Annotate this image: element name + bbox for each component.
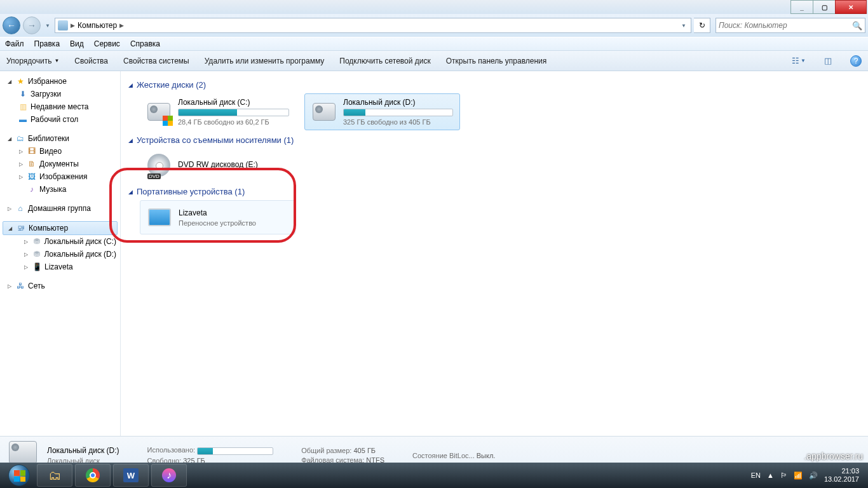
computer-icon	[58, 20, 68, 30]
taskbar-word[interactable]: W	[113, 464, 149, 487]
details-title: Локальный диск (D:)	[47, 446, 119, 455]
breadcrumb-dropdown[interactable]: ▼	[679, 23, 688, 29]
sidebar-libraries[interactable]: ◢🗂Библиотеки	[0, 132, 120, 145]
menu-file[interactable]: Файл	[5, 39, 24, 48]
sidebar-drive-c[interactable]: ▷⛃Локальный диск (C:)	[0, 235, 120, 248]
menu-service[interactable]: Сервис	[94, 39, 120, 48]
taskbar: 🗂 W ♪ EN ▲ 🏳 📶 🔊 21:03 13.02.2017	[0, 463, 868, 488]
tray-date[interactable]: 13.02.2017	[824, 475, 859, 484]
drive-d-tile[interactable]: Локальный диск (D:) 325 ГБ свободно из 4…	[304, 93, 460, 130]
portable-device-label: Lizaveta	[179, 208, 288, 217]
group-removable[interactable]: ◢Устройства со съемными носителями (1)	[128, 135, 860, 145]
group-portable[interactable]: ◢Портативные устройства (1)	[128, 187, 860, 196]
sidebar-favorites[interactable]: ◢★Избранное	[0, 75, 120, 88]
drive-c-info: 28,4 ГБ свободно из 60,2 ГБ	[178, 118, 289, 126]
dvd-drive-label: DVD RW дисковод (E:)	[178, 160, 289, 169]
system-properties-button[interactable]: Свойства системы	[123, 57, 189, 65]
navigation-pane: ◢★Избранное ⬇Загрузки ▥Недавние места ▬Р…	[0, 71, 121, 436]
search-box[interactable]: 🔍	[715, 18, 865, 33]
details-bitlocker-key: Состояние BitLoc...	[412, 452, 475, 459]
command-bar: Упорядочить▼ Свойства Свойства системы У…	[0, 51, 868, 71]
refresh-button[interactable]: ↻	[694, 18, 710, 33]
dvd-drive-tile[interactable]: DVD DVD RW дисковод (E:)	[140, 149, 295, 182]
control-panel-button[interactable]: Открыть панель управления	[446, 57, 547, 65]
sidebar-documents[interactable]: ▷🗎Документы	[0, 158, 120, 170]
tray-flag-icon[interactable]: 🏳	[780, 471, 787, 479]
drive-d-label: Локальный диск (D:)	[343, 98, 453, 107]
drive-c-usage-bar	[178, 109, 289, 116]
address-bar-row: ← → ▼ ▶ Компьютер ▶ ▼ ↻ 🔍	[0, 14, 868, 37]
hard-drive-icon	[146, 99, 172, 125]
minimize-button[interactable]: _	[790, 0, 813, 14]
hard-drive-icon	[311, 99, 337, 125]
properties-button[interactable]: Свойства	[74, 57, 108, 65]
details-bitlocker-value: Выкл.	[477, 452, 496, 459]
sidebar-network[interactable]: ▷🖧Сеть	[0, 280, 120, 292]
menu-view[interactable]: Вид	[70, 39, 84, 48]
sidebar-homegroup[interactable]: ▷⌂Домашняя группа	[0, 202, 120, 215]
breadcrumb-separator-icon[interactable]: ▶	[119, 22, 124, 29]
sidebar-video[interactable]: ▷🎞Видео	[0, 145, 120, 158]
sidebar-downloads[interactable]: ⬇Загрузки	[0, 88, 120, 100]
maximize-button[interactable]: ▢	[813, 0, 836, 14]
menu-help[interactable]: Справка	[130, 39, 160, 48]
taskbar-explorer[interactable]: 🗂	[37, 464, 72, 487]
taskbar-itunes[interactable]: ♪	[151, 464, 187, 487]
portable-device-tile[interactable]: Lizaveta Переносное устройство	[140, 200, 295, 234]
portable-device-icon	[147, 205, 172, 230]
taskbar-chrome[interactable]	[75, 464, 111, 487]
uninstall-button[interactable]: Удалить или изменить программу	[205, 57, 325, 65]
map-drive-button[interactable]: Подключить сетевой диск	[339, 57, 430, 65]
preview-pane-button[interactable]: ◫	[821, 54, 835, 68]
view-options-button[interactable]: ☷▼	[792, 54, 806, 68]
menu-edit[interactable]: Правка	[34, 39, 60, 48]
search-input[interactable]	[719, 21, 852, 30]
details-total-key: Общий размер:	[301, 447, 351, 454]
tray-network-icon[interactable]: 📶	[794, 471, 803, 480]
breadcrumb-location[interactable]: Компьютер	[78, 21, 117, 30]
tray-show-hidden-icon[interactable]: ▲	[767, 471, 774, 479]
sidebar-images[interactable]: ▷🖼Изображения	[0, 170, 120, 183]
portable-device-sub: Переносное устройство	[179, 219, 288, 227]
organize-button[interactable]: Упорядочить▼	[6, 57, 59, 65]
tray-time[interactable]: 21:03	[824, 467, 859, 475]
window-titlebar: _ ▢ ✕	[0, 0, 868, 14]
sidebar-computer[interactable]: ◢🖳Компьютер	[3, 221, 118, 235]
nav-history-dropdown[interactable]: ▼	[43, 23, 52, 29]
nav-forward-button[interactable]: →	[23, 17, 41, 34]
sidebar-music[interactable]: ♪Музыка	[0, 183, 120, 196]
tray-language[interactable]: EN	[751, 471, 761, 479]
sidebar-desktop[interactable]: ▬Рабочий стол	[0, 113, 120, 126]
group-hard-drives[interactable]: ◢Жесткие диски (2)	[128, 80, 860, 90]
watermark-text: .appbrowser.ru	[804, 451, 863, 461]
details-usage-bar	[197, 447, 273, 455]
breadcrumb-bar[interactable]: ▶ Компьютер ▶ ▼	[55, 18, 691, 33]
details-used-key: Использовано:	[147, 446, 196, 454]
sidebar-recent[interactable]: ▥Недавние места	[0, 100, 120, 113]
breadcrumb-separator-icon: ▶	[71, 22, 75, 29]
system-tray[interactable]: EN ▲ 🏳 📶 🔊 21:03 13.02.2017	[751, 467, 864, 484]
drive-c-label: Локальный диск (C:)	[178, 98, 289, 107]
help-button[interactable]: ?	[850, 55, 862, 67]
content-pane: ◢Жесткие диски (2) Локальный диск (C:) 2…	[121, 71, 868, 436]
dvd-drive-icon: DVD	[146, 152, 172, 178]
nav-back-button[interactable]: ←	[3, 17, 20, 34]
details-total-value: 405 ГБ	[353, 447, 376, 454]
drive-d-usage-bar	[343, 109, 453, 116]
sidebar-drive-d[interactable]: ▷⛃Локальный диск (D:)	[0, 248, 120, 261]
close-button[interactable]: ✕	[835, 0, 867, 14]
tray-volume-icon[interactable]: 🔊	[809, 471, 818, 480]
menu-bar: Файл Правка Вид Сервис Справка	[0, 37, 868, 51]
search-icon[interactable]: 🔍	[852, 21, 862, 30]
drive-d-info: 325 ГБ свободно из 405 ГБ	[343, 118, 453, 126]
drive-c-tile[interactable]: Локальный диск (C:) 28,4 ГБ свободно из …	[140, 93, 295, 130]
sidebar-lizaveta[interactable]: ▷📱Lizaveta	[0, 261, 120, 273]
start-button[interactable]	[4, 464, 34, 487]
